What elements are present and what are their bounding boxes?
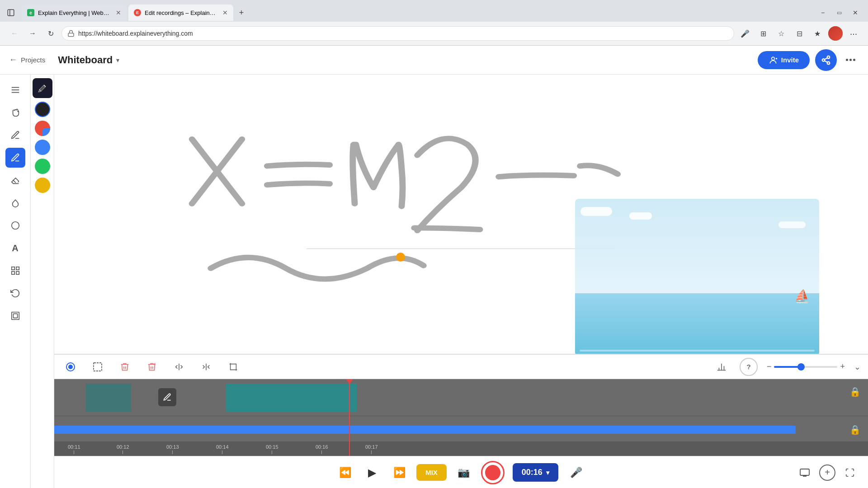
app-header: ← Projects Whiteboard ▾ Invite <box>0 46 868 75</box>
url-text: https://whiteboard.explaineverything.com <box>78 30 193 37</box>
tool-marker[interactable] <box>5 148 25 168</box>
audio-track-row: 🔒 <box>54 416 868 443</box>
tl-split-button[interactable] <box>170 358 188 376</box>
tool-menu[interactable] <box>5 80 25 100</box>
tl-delete-button[interactable] <box>116 358 134 376</box>
new-tab-button[interactable]: + <box>235 6 248 19</box>
svg-point-14 <box>11 222 19 230</box>
audio-track-bar[interactable] <box>54 426 796 434</box>
tl-chart-button[interactable] <box>712 358 731 376</box>
share-icon <box>821 55 831 65</box>
record-button[interactable] <box>481 461 505 484</box>
camera-button[interactable]: 📷 <box>455 464 473 482</box>
tl-delete-all-button[interactable] <box>143 358 161 376</box>
time-display[interactable]: 00:16 ▾ <box>513 463 558 482</box>
invite-button[interactable]: Invite <box>758 51 810 69</box>
fast-forward-button[interactable]: ⏩ <box>390 464 408 482</box>
tool-shape[interactable] <box>5 216 25 235</box>
tl-select-button[interactable] <box>89 358 107 376</box>
audio-lock-button[interactable]: 🔒 <box>849 424 861 435</box>
color-swatch-green[interactable] <box>35 159 50 174</box>
track-lock-button[interactable]: 🔒 <box>849 386 861 397</box>
forward-button[interactable]: → <box>25 26 40 41</box>
dot3 <box>853 59 855 61</box>
play-button[interactable]: ▶ <box>362 463 382 483</box>
sidebar-toggle[interactable] <box>4 5 18 20</box>
text-tool-label: A <box>12 243 18 253</box>
whiteboard-title-area[interactable]: Whiteboard ▾ <box>52 52 125 69</box>
tl-edit-mode-button[interactable] <box>61 358 80 376</box>
svg-rect-2 <box>68 33 74 36</box>
tool-fill[interactable] <box>5 193 25 213</box>
close-window-button[interactable]: ✕ <box>848 5 863 20</box>
zoom-control: − + <box>767 362 845 371</box>
rewind-button[interactable]: ⏪ <box>336 464 354 482</box>
video-segment-left[interactable] <box>86 384 131 412</box>
svg-point-22 <box>69 365 72 369</box>
tab-1-close[interactable]: ✕ <box>116 9 121 16</box>
microphone-ctrl-button[interactable]: 🎤 <box>566 463 586 483</box>
zoom-slider-track[interactable] <box>774 366 837 368</box>
ruler-00-12: 00:12 <box>117 444 129 454</box>
svg-line-9 <box>825 61 827 62</box>
tab-1[interactable]: e Explain Everything | Web W... ✕ <box>22 5 127 21</box>
svg-rect-20 <box>13 314 17 318</box>
fullscreen-button[interactable] <box>841 464 859 482</box>
share-button[interactable] <box>815 49 837 71</box>
title-chevron-icon: ▾ <box>116 56 119 64</box>
mix-button[interactable]: MIX <box>416 464 447 481</box>
more-options-button[interactable] <box>842 55 859 65</box>
tab-2[interactable]: E Edit recordings – Explain Everyth ✕ <box>128 5 233 21</box>
back-to-projects[interactable]: ← Projects <box>9 55 45 65</box>
timeline-collapse-button[interactable]: ⌄ <box>854 362 861 372</box>
favorites-button[interactable]: ★ <box>810 26 825 41</box>
tl-merge-button[interactable] <box>197 358 215 376</box>
color-swatch-blue[interactable] <box>35 140 50 155</box>
invite-icon <box>769 56 778 65</box>
refresh-button[interactable]: ↻ <box>43 26 58 41</box>
add-track-button[interactable]: + <box>819 465 835 481</box>
color-swatch-red[interactable] <box>35 121 50 136</box>
svg-rect-19 <box>11 312 19 320</box>
back-arrow-icon: ← <box>9 55 17 65</box>
zoom-slider-thumb[interactable] <box>797 363 805 371</box>
extensions-button[interactable]: ⊞ <box>756 26 770 41</box>
scene-illustration: ⛵ <box>575 199 819 356</box>
tab-2-close[interactable]: ✕ <box>222 9 228 16</box>
tool-hand[interactable] <box>5 103 25 122</box>
tool-eraser[interactable] <box>5 170 25 190</box>
screen-button[interactable] <box>796 464 814 482</box>
canvas-area[interactable]: ⛵ + <box>54 75 868 488</box>
orange-marker-dot[interactable] <box>396 253 405 262</box>
color-swatch-dark[interactable] <box>35 102 50 117</box>
color-swatch-yellow[interactable] <box>35 178 50 193</box>
app-container: ← Projects Whiteboard ▾ Invite <box>0 46 868 488</box>
svg-point-3 <box>771 57 774 60</box>
minimize-button[interactable]: − <box>816 5 830 20</box>
zoom-in-tl-button[interactable]: + <box>840 362 845 371</box>
back-button[interactable]: ← <box>7 26 22 41</box>
browser-menu-button[interactable]: ··· <box>846 26 861 41</box>
maximize-button[interactable]: ▭ <box>832 5 846 20</box>
tool-sticker[interactable] <box>5 261 25 281</box>
active-pen-tool[interactable] <box>33 78 52 98</box>
tool-text[interactable]: A <box>5 238 25 258</box>
profile-avatar[interactable] <box>828 26 843 41</box>
svg-rect-15 <box>11 267 14 270</box>
tool-frame[interactable] <box>5 306 25 326</box>
microphone-button[interactable]: 🎤 <box>738 26 752 41</box>
tl-help-button[interactable]: ? <box>740 358 758 376</box>
track-edit-icon <box>163 393 172 402</box>
ruler-00-11: 00:11 <box>68 444 80 454</box>
whiteboard-title: Whiteboard <box>58 54 113 66</box>
address-bar[interactable]: https://whiteboard.explaineverything.com <box>61 26 734 41</box>
bottom-panel: ? − + ⌄ <box>54 354 868 488</box>
video-segment-main[interactable] <box>226 384 357 412</box>
zoom-out-button[interactable]: − <box>767 362 772 371</box>
star-button[interactable]: ☆ <box>774 26 788 41</box>
track-edit-button[interactable] <box>158 388 176 406</box>
tool-undo[interactable] <box>5 283 25 303</box>
tool-pen[interactable] <box>5 125 25 145</box>
collections-button[interactable]: ⊟ <box>792 26 807 41</box>
tl-crop-button[interactable] <box>224 358 242 376</box>
